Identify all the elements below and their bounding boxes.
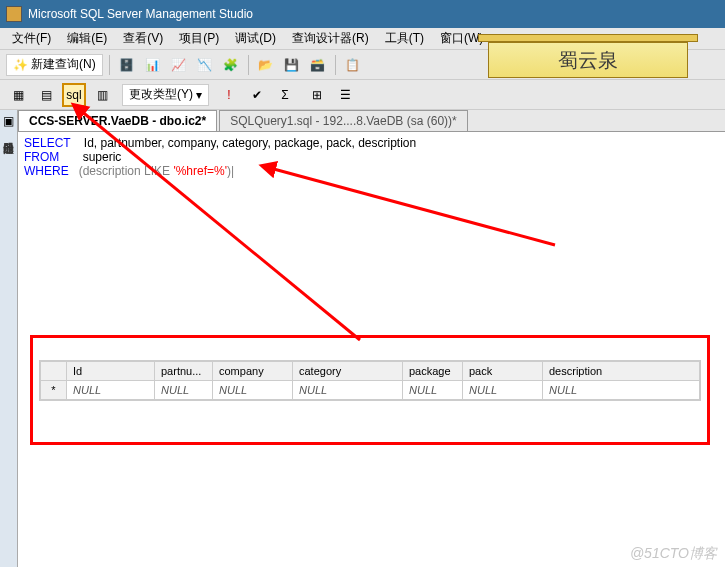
cell-category[interactable]: NULL xyxy=(293,381,403,400)
separator xyxy=(335,55,336,75)
cell-package[interactable]: NULL xyxy=(403,381,463,400)
editor-tabs: CCS-SERVER.VaeDB - dbo.ic2* SQLQuery1.sq… xyxy=(18,110,725,132)
scroll-top-bar xyxy=(478,34,698,42)
menu-debug[interactable]: 调试(D) xyxy=(229,28,282,49)
title-bar: Microsoft SQL Server Management Studio xyxy=(0,0,725,28)
menu-edit[interactable]: 编辑(E) xyxy=(61,28,113,49)
menu-project[interactable]: 项目(P) xyxy=(173,28,225,49)
dropdown-icon: ▾ xyxy=(196,88,202,102)
cell-pack[interactable]: NULL xyxy=(463,381,543,400)
diagram-pane-icon[interactable]: ▦ xyxy=(6,83,30,107)
app-icon xyxy=(6,6,22,22)
results-pane-icon[interactable]: ▥ xyxy=(90,83,114,107)
menu-file[interactable]: 文件(F) xyxy=(6,28,57,49)
results-panel: Id partnu... company category package pa… xyxy=(30,335,710,445)
menu-tools[interactable]: 工具(T) xyxy=(379,28,430,49)
sparkle-icon: ✨ xyxy=(13,58,28,72)
results-grid[interactable]: Id partnu... company category package pa… xyxy=(39,360,701,401)
mdx-query-icon[interactable]: 📈 xyxy=(168,54,190,76)
db-engine-query-icon[interactable]: 🗄️ xyxy=(116,54,138,76)
activity-monitor-icon[interactable]: 📋 xyxy=(342,54,364,76)
separator xyxy=(248,55,249,75)
analysis-query-icon[interactable]: 📊 xyxy=(142,54,164,76)
sql-line-2: FROM superic xyxy=(24,150,719,164)
new-query-button[interactable]: ✨ 新建查询(N) xyxy=(6,54,103,76)
page-watermark: @51CTO博客 xyxy=(630,545,717,563)
execute-icon[interactable]: ! xyxy=(217,83,241,107)
col-partnumber[interactable]: partnu... xyxy=(155,362,213,381)
col-category[interactable]: category xyxy=(293,362,403,381)
col-rowhead[interactable] xyxy=(41,362,67,381)
verify-sql-icon[interactable]: ✔ xyxy=(245,83,269,107)
change-type-button[interactable]: 更改类型(Y) ▾ xyxy=(122,84,209,106)
dmx-query-icon[interactable]: 📉 xyxy=(194,54,216,76)
toolbar-2: ▦ ▤ sql ▥ 更改类型(Y) ▾ ! ✔ Σ ⊞ ☰ xyxy=(0,80,725,110)
cell-description[interactable]: NULL xyxy=(543,381,700,400)
tab-active[interactable]: CCS-SERVER.VaeDB - dbo.ic2* xyxy=(18,110,217,131)
server-icon: ▣ xyxy=(3,114,14,128)
menu-query-designer[interactable]: 查询设计器(R) xyxy=(286,28,375,49)
change-type-label: 更改类型(Y) xyxy=(129,86,193,103)
new-query-label: 新建查询(N) xyxy=(31,56,96,73)
grid-header-row: Id partnu... company category package pa… xyxy=(41,362,700,381)
col-pack[interactable]: pack xyxy=(463,362,543,381)
add-derived-icon[interactable]: ☰ xyxy=(333,83,357,107)
col-company[interactable]: company xyxy=(213,362,293,381)
criteria-pane-icon[interactable]: ▤ xyxy=(34,83,58,107)
group-by-icon[interactable]: Σ xyxy=(273,83,297,107)
watermark-sign: 蜀云泉 xyxy=(478,34,698,82)
col-id[interactable]: Id xyxy=(67,362,155,381)
sql-line-1: SELECT Id, partnumber, company, category… xyxy=(24,136,719,150)
cell-id[interactable]: NULL xyxy=(67,381,155,400)
menu-view[interactable]: 查看(V) xyxy=(117,28,169,49)
add-table-icon[interactable]: ⊞ xyxy=(305,83,329,107)
grid-data-row[interactable]: * NULL NULL NULL NULL NULL NULL NULL xyxy=(41,381,700,400)
app-title: Microsoft SQL Server Management Studio xyxy=(28,7,253,21)
tab-inactive[interactable]: SQLQuery1.sql - 192....8.VaeDB (sa (60))… xyxy=(219,110,468,131)
cell-company[interactable]: NULL xyxy=(213,381,293,400)
sign-text: 蜀云泉 xyxy=(488,42,688,78)
save-icon[interactable]: 💾 xyxy=(281,54,303,76)
xmla-query-icon[interactable]: 🧩 xyxy=(220,54,242,76)
row-marker: * xyxy=(41,381,67,400)
col-package[interactable]: package xyxy=(403,362,463,381)
separator xyxy=(109,55,110,75)
sql-line-3: WHERE (description LIKE '%href=%')| xyxy=(24,164,719,178)
cell-partnumber[interactable]: NULL xyxy=(155,381,213,400)
open-file-icon[interactable]: 📂 xyxy=(255,54,277,76)
sql-pane-icon[interactable]: sql xyxy=(62,83,86,107)
side-panel[interactable]: ▣ 已注册的服务器 xyxy=(0,110,18,567)
save-all-icon[interactable]: 🗃️ xyxy=(307,54,329,76)
col-description[interactable]: description xyxy=(543,362,700,381)
